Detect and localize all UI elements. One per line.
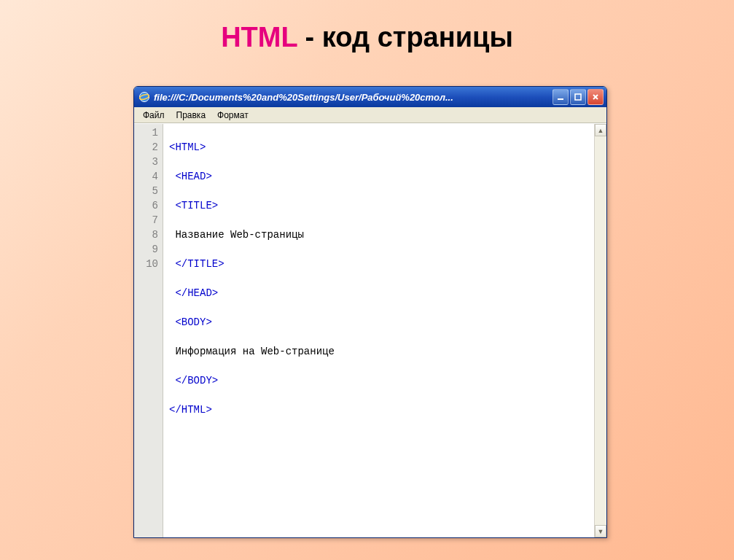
code-token: Информация на Web-странице [175,346,334,357]
client-area: 1 2 3 4 5 6 7 8 9 10 <HTML> <HEAD> <TITL… [134,123,606,537]
minimize-button[interactable] [553,89,569,105]
code-token: <HTML> [169,141,206,153]
line-number: 10 [134,257,163,271]
slide-title-rest: - код страницы [297,22,513,52]
code-token: </HTML> [169,404,212,416]
line-number: 1 [134,125,163,140]
window-title: file:///C:/Documents%20and%20Settings/Us… [154,92,553,103]
code-token: <TITLE> [175,200,218,211]
code-token: </BODY> [175,375,218,386]
titlebar[interactable]: file:///C:/Documents%20and%20Settings/Us… [134,87,606,107]
window-controls [553,89,604,105]
scroll-down-button[interactable]: ▼ [595,525,606,537]
svg-point-0 [140,93,149,102]
code-token: </HEAD> [175,287,218,299]
ie-icon [138,91,150,103]
line-number: 7 [134,213,163,228]
menu-file[interactable]: Файл [137,109,171,122]
line-number: 9 [134,242,163,257]
scroll-up-button[interactable]: ▲ [595,124,606,136]
code-token: <BODY> [175,316,211,328]
vertical-scrollbar[interactable]: ▲ ▼ [594,124,606,537]
editor-window: file:///C:/Documents%20and%20Settings/Us… [133,86,607,538]
maximize-button[interactable] [570,89,586,105]
line-number: 2 [134,140,163,155]
line-number: 8 [134,228,163,242]
line-number-gutter: 1 2 3 4 5 6 7 8 9 10 [134,124,163,537]
slide-title-accent: HTML [221,22,297,52]
code-token: </TITLE> [175,258,224,270]
slide-title: HTML - код страницы [0,0,734,53]
close-button[interactable] [587,89,604,105]
menu-edit[interactable]: Правка [171,109,212,122]
line-number: 6 [134,198,163,213]
code-token: Название Web-страницы [175,229,303,241]
line-number: 3 [134,155,163,169]
menubar: Файл Правка Формат [134,107,606,123]
line-number: 4 [134,169,163,184]
svg-rect-2 [558,98,563,100]
code-token: <HEAD> [175,171,211,182]
code-area[interactable]: <HTML> <HEAD> <TITLE> Название Web-стран… [163,124,594,537]
line-number: 5 [134,184,163,198]
svg-rect-3 [575,94,581,100]
menu-format[interactable]: Формат [211,109,254,122]
